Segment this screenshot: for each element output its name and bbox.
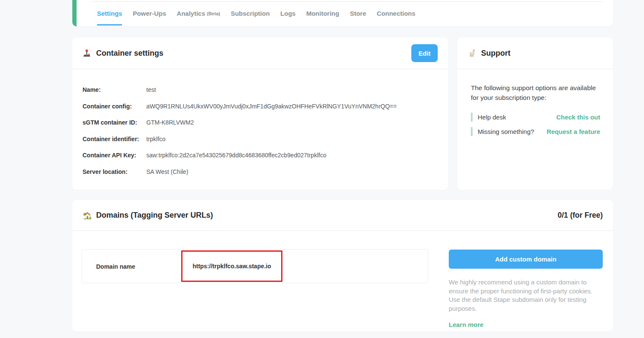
domains-title-text: Domains (Tagging Server URLs)	[96, 211, 213, 220]
highlight-box: https://trpklfco.saw.stape.io	[181, 250, 282, 282]
tab-store-label: Store	[350, 10, 366, 17]
custom-domain-note: We highly recommend using a custom domai…	[449, 278, 603, 313]
check-this-out-link[interactable]: Check this out	[556, 114, 600, 121]
container-settings-fields: Name: test Container config: aWQ9R1RNLUs…	[72, 69, 448, 175]
active-section-green-bar	[72, 0, 77, 26]
domains-card: Domains (Tagging Server URLs) 0/1 (for F…	[72, 200, 613, 332]
tab-logs-label: Logs	[280, 10, 296, 17]
support-header: Support	[457, 37, 613, 69]
llama-icon	[467, 48, 477, 58]
field-value-name: test	[146, 86, 156, 93]
container-settings-card: Container settings Edit Name: test Conta…	[72, 37, 448, 190]
field-value-sgtm-container-id: GTM-K8RLVWM2	[146, 119, 194, 126]
field-row-name: Name: test	[83, 86, 438, 93]
tab-settings[interactable]: Settings	[97, 0, 122, 26]
tab-subscription[interactable]: Subscription	[231, 0, 270, 26]
field-value-container-api-key: saw:trpklfco:2d2ca7e543025679dd8c4683680…	[146, 152, 326, 159]
support-intro-text: The following support options are availa…	[471, 83, 600, 102]
joystick-icon	[83, 48, 92, 58]
tab-analytics-beta-badge: (Beta)	[207, 10, 220, 16]
field-value-container-identifier: trpklfco	[146, 136, 165, 142]
tab-store[interactable]: Store	[350, 0, 366, 26]
field-label-container-config: Container config:	[83, 103, 146, 110]
field-row-container-config: Container config: aWQ9R1RNLUs4UkxWV00yJm…	[83, 103, 438, 110]
edit-button[interactable]: Edit	[411, 44, 438, 62]
field-label-sgtm-container-id: sGTM container ID:	[83, 119, 146, 126]
tab-settings-label: Settings	[97, 10, 122, 17]
support-option-help-desk: Help desk Check this out	[471, 113, 600, 122]
domains-body: Domain name https://trpklfco.saw.stape.i…	[72, 231, 613, 331]
field-row-container-identifier: Container identifier: trpklfco	[83, 136, 438, 142]
support-title: Support	[467, 48, 510, 58]
field-value-server-location: SA West (Chile)	[146, 168, 188, 175]
container-tabs: Settings Power-Ups Analytics(Beta) Subsc…	[97, 0, 416, 26]
support-option-missing-something-label: Missing something?	[478, 128, 534, 135]
tab-monitoring[interactable]: Monitoring	[306, 0, 339, 26]
field-value-container-config: aWQ9R1RNLUs4UkxWV00yJmVudj0xJmF1dGg9akwz…	[146, 103, 397, 110]
request-a-feature-link[interactable]: Request a feature	[547, 128, 600, 135]
container-settings-title-text: Container settings	[96, 49, 163, 58]
domains-title: Domains (Tagging Server URLs)	[83, 210, 213, 220]
tab-power-ups-label: Power-Ups	[133, 10, 166, 17]
field-row-sgtm-container-id: sGTM container ID: GTM-K8RLVWM2	[83, 119, 438, 126]
domains-header: Domains (Tagging Server URLs) 0/1 (for F…	[72, 200, 613, 231]
tab-analytics-label: Analytics	[177, 10, 205, 17]
tab-power-ups[interactable]: Power-Ups	[133, 0, 166, 26]
field-label-container-identifier: Container identifier:	[83, 136, 146, 142]
default-domain-url: https://trpklfco.saw.stape.io	[193, 263, 271, 270]
tab-subscription-label: Subscription	[231, 10, 270, 17]
field-label-container-api-key: Container API Key:	[83, 152, 146, 159]
support-card: Support The following support options ar…	[457, 37, 613, 190]
field-label-name: Name:	[83, 86, 146, 93]
tab-bar-card: Settings Power-Ups Analytics(Beta) Subsc…	[72, 0, 613, 26]
container-settings-header: Container settings Edit	[72, 37, 448, 69]
domain-table: Domain name https://trpklfco.saw.stape.i…	[82, 249, 428, 283]
tab-monitoring-label: Monitoring	[306, 10, 339, 17]
tab-connections[interactable]: Connections	[377, 0, 416, 26]
field-label-server-location: Server location:	[83, 168, 146, 175]
learn-more-link[interactable]: Learn more	[449, 321, 484, 328]
field-row-server-location: Server location: SA West (Chile)	[83, 168, 438, 175]
support-option-help-desk-label: Help desk	[478, 114, 506, 121]
tab-connections-label: Connections	[377, 10, 416, 17]
tab-logs[interactable]: Logs	[280, 0, 296, 26]
field-row-container-api-key: Container API Key: saw:trpklfco:2d2ca7e5…	[83, 152, 438, 159]
house-icon	[83, 210, 92, 220]
add-custom-domain-button[interactable]: Add custom domain	[449, 250, 603, 269]
domain-name-column-header: Domain name	[96, 250, 135, 284]
container-settings-title: Container settings	[83, 48, 163, 58]
domains-right-column: Add custom domain We highly recommend us…	[449, 250, 603, 329]
support-body: The following support options are availa…	[457, 69, 613, 136]
support-option-missing-something: Missing something? Request a feature	[471, 127, 600, 136]
domains-quota: 0/1 (for Free)	[558, 211, 603, 220]
support-title-text: Support	[481, 49, 510, 58]
tab-analytics[interactable]: Analytics(Beta)	[177, 0, 220, 26]
